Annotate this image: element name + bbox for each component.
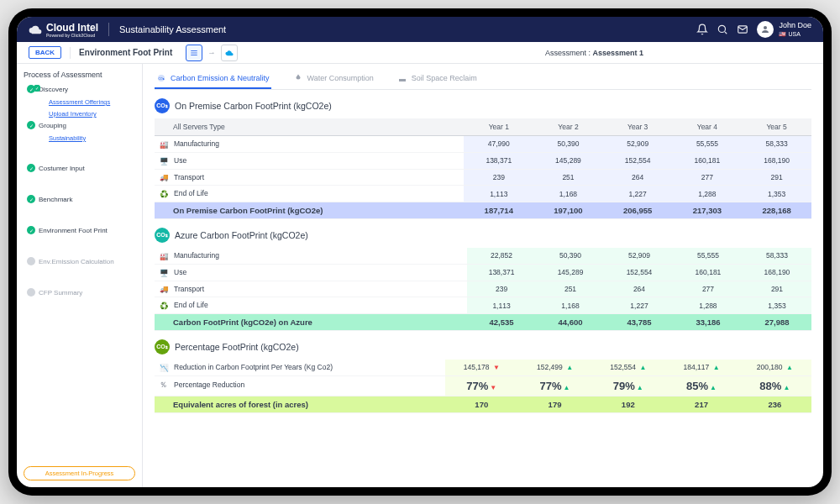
- truck-icon: 🚚: [160, 173, 170, 181]
- table-total-row: Carbon FootPrint (kgCO2e) on Azure42,535…: [155, 314, 811, 331]
- content-area: CO₂ Carbon Emission & Neutrality Water C…: [143, 64, 823, 487]
- sidebar-step-costumer-input[interactable]: ✓Costumer Input: [27, 163, 135, 172]
- col-year1: Year 1: [464, 118, 533, 136]
- check-icon: ✓: [34, 85, 40, 92]
- trend-up-icon: ▲: [566, 364, 573, 371]
- azure-table: 🏭Manufacturing22,85250,39052,90955,55558…: [155, 248, 811, 331]
- percent-icon: ％: [160, 381, 170, 391]
- table-row: 🚚Transport239251264277291: [155, 281, 811, 297]
- trend-up-icon: ▲: [713, 364, 720, 371]
- recycle-icon: ♻️: [160, 190, 170, 198]
- user-menu[interactable]: John Doe 🇺🇸 USA: [757, 21, 811, 38]
- brand-subtitle: Powered by Click2Cloud: [46, 33, 98, 38]
- divider: [108, 23, 109, 36]
- section-azure: CO₂ Azure Carbon FootPrint (kgCO2e) 🏭Man…: [155, 228, 811, 331]
- col-year2: Year 2: [533, 118, 603, 136]
- table-total-row: Equivalent acres of forest (in acres)170…: [155, 396, 811, 412]
- sidebar-step-cfp-summary[interactable]: CFP Summary: [27, 287, 135, 297]
- assessment-label: Assessment : Assessment 1: [545, 49, 643, 57]
- table-row: 🏭Manufacturing47,99050,39052,90955,55558…: [155, 136, 811, 153]
- tabs: CO₂ Carbon Emission & Neutrality Water C…: [155, 64, 811, 90]
- table-row: ♻️End of Life1,1131,1681,2271,2881,353: [155, 297, 811, 314]
- table-row: ♻️End of Life1,1131,1681,2271,2881,353: [155, 186, 811, 202]
- col-servers: All Servers Type: [155, 118, 464, 136]
- sidebar-sub-upload-inventory[interactable]: ✓Upload Inventory: [27, 108, 135, 118]
- trend-up-icon: ▲: [786, 364, 793, 371]
- recycle-icon: ♻️: [160, 302, 170, 310]
- sidebar-step-environment-foot-print[interactable]: ✓Environment Foot Print: [27, 225, 135, 234]
- search-icon[interactable]: [717, 24, 728, 35]
- pending-icon: [27, 288, 35, 297]
- factory-icon: 🏭: [160, 252, 170, 260]
- trend-up-icon: ▲: [637, 384, 643, 391]
- table-row: 📉Reduction in Carbon Footprint Per Years…: [155, 360, 811, 375]
- app-screen: Cloud Intel Powered by Click2Cloud Susta…: [17, 17, 823, 487]
- trend-up-icon: ▲: [783, 384, 790, 391]
- svg-point-0: [719, 25, 726, 32]
- trend-down-icon: ▼: [490, 384, 496, 391]
- pending-icon: [27, 257, 35, 265]
- section-percentage: CO₂ Percentage FootPrint (kgCO2e) 📉Reduc…: [155, 339, 811, 413]
- table-row: 🖥️Use138,371145,289152,554160,181168,190: [155, 152, 811, 169]
- monitor-icon: 🖥️: [160, 157, 170, 165]
- tab-carbon[interactable]: CO₂ Carbon Emission & Neutrality: [155, 69, 271, 89]
- bell-icon[interactable]: [696, 24, 708, 35]
- col-year3: Year 3: [603, 118, 673, 136]
- onprem-table: All Servers Type Year 1 Year 2 Year 3 Ye…: [155, 118, 811, 219]
- module-title: Sustainability Assessment: [119, 24, 226, 34]
- tab-water[interactable]: Water Consumption: [291, 69, 375, 89]
- view-cloud-button[interactable]: [221, 45, 238, 61]
- sidebar-step-benchmark[interactable]: ✓Benchmark: [27, 194, 135, 203]
- brand-name: Cloud Intel: [46, 22, 98, 34]
- trend-up-icon: ▲: [639, 364, 646, 371]
- trend-up-icon: ▲: [710, 384, 717, 391]
- user-country: 🇺🇸 USA: [779, 31, 800, 37]
- avatar: [757, 21, 774, 38]
- mail-icon[interactable]: [737, 24, 748, 35]
- section-title: On Premise Carbon FootPrint (kgCO2e): [175, 101, 332, 111]
- check-icon: ✓: [27, 121, 35, 129]
- cloud-icon: [29, 23, 42, 36]
- section-onprem: CO₂ On Premise Carbon FootPrint (kgCO2e)…: [155, 98, 811, 219]
- device-frame: Cloud Intel Powered by Click2Cloud Susta…: [8, 8, 832, 496]
- divider: [70, 47, 71, 59]
- sidebar-title: Process of Assessment: [24, 71, 135, 79]
- subbar: BACK Environment Foot Print → Assessment…: [17, 42, 823, 64]
- tab-soil[interactable]: Soil Space Reclaim: [396, 69, 479, 89]
- section-title: Percentage FootPrint (kgCO2e): [175, 342, 299, 352]
- topbar: Cloud Intel Powered by Click2Cloud Susta…: [17, 17, 823, 42]
- sidebar: Process of Assessment ✓Discovery ✓Assess…: [17, 64, 143, 487]
- trend-up-icon: ▲: [564, 384, 570, 391]
- view-table-button[interactable]: [186, 45, 202, 61]
- table-total-row: On Premise Carbon FootPrint (kgCO2e)187,…: [155, 202, 811, 219]
- check-icon: ✓: [27, 226, 35, 234]
- col-year4: Year 4: [673, 118, 743, 136]
- col-year5: Year 5: [742, 118, 811, 136]
- brand-logo[interactable]: Cloud Intel Powered by Click2Cloud: [29, 22, 98, 38]
- sidebar-step-grouping[interactable]: ✓Grouping: [27, 120, 135, 129]
- svg-point-2: [764, 26, 767, 29]
- check-icon: ✓: [27, 164, 35, 172]
- table-row: 🖥️Use138,371145,289152,554160,181168,190: [155, 264, 811, 281]
- reduction-icon: 📉: [160, 364, 170, 372]
- co2-badge-icon: CO₂: [155, 228, 170, 243]
- sidebar-sub-sustainability[interactable]: ✓Sustainability: [27, 133, 135, 142]
- table-row: ％Percentage Reduction 77%▼ 77%▲ 79%▲ 85%…: [155, 375, 811, 396]
- svg-rect-5: [399, 79, 406, 81]
- check-icon: ✓: [27, 195, 35, 203]
- sidebar-step-discovery[interactable]: ✓Discovery: [27, 84, 135, 93]
- trend-down-icon: ▼: [493, 364, 500, 371]
- co2-badge-icon: CO₂: [155, 339, 170, 354]
- sidebar-step-env-emission-calc[interactable]: Env.Emission Calculation: [27, 256, 135, 265]
- arrow-icon: →: [207, 48, 216, 57]
- back-button[interactable]: BACK: [29, 46, 61, 59]
- soil-icon: [397, 73, 407, 83]
- truck-icon: 🚚: [160, 285, 170, 293]
- water-icon: [293, 73, 303, 83]
- page-title: Environment Foot Print: [79, 48, 172, 57]
- sidebar-sub-assessment-offerings[interactable]: ✓Assessment Offerings: [27, 97, 135, 106]
- co2-icon: CO₂: [156, 73, 166, 83]
- user-name: John Doe: [779, 21, 811, 29]
- co2-badge-icon: CO₂: [155, 98, 170, 113]
- monitor-icon: 🖥️: [160, 269, 170, 277]
